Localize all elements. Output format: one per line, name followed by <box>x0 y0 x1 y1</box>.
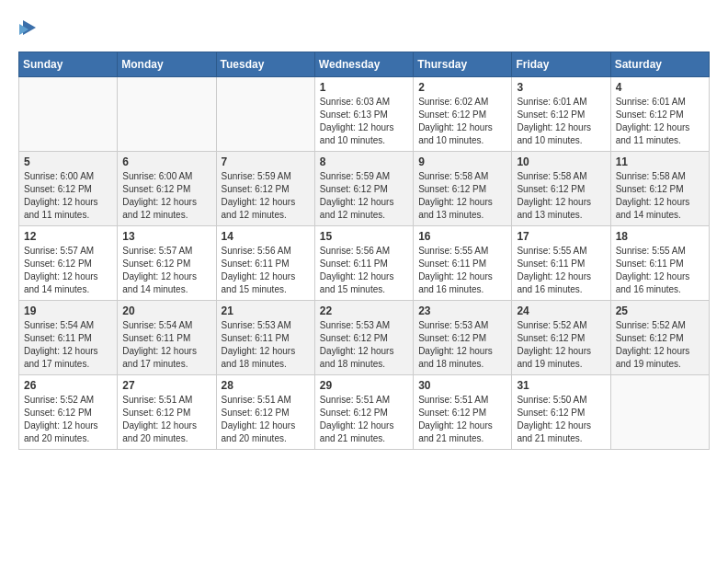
day-info: Sunrise: 5:57 AM Sunset: 6:12 PM Dayligh… <box>24 245 112 296</box>
calendar-cell: 10Sunrise: 5:58 AM Sunset: 6:12 PM Dayli… <box>512 152 610 226</box>
day-info: Sunrise: 6:00 AM Sunset: 6:12 PM Dayligh… <box>122 170 210 222</box>
calendar-week-4: 19Sunrise: 5:54 AM Sunset: 6:11 PM Dayli… <box>19 301 710 375</box>
day-number: 2 <box>418 81 506 94</box>
calendar-cell: 7Sunrise: 5:59 AM Sunset: 6:12 PM Daylig… <box>216 152 314 226</box>
day-number: 22 <box>320 304 408 317</box>
calendar-cell: 6Sunrise: 6:00 AM Sunset: 6:12 PM Daylig… <box>118 152 216 226</box>
calendar-cell <box>118 77 216 152</box>
weekday-header-thursday: Thursday <box>414 52 512 77</box>
header <box>18 18 710 39</box>
calendar-cell: 5Sunrise: 6:00 AM Sunset: 6:12 PM Daylig… <box>19 152 118 226</box>
day-number: 18 <box>616 230 704 243</box>
calendar-cell: 30Sunrise: 5:51 AM Sunset: 6:12 PM Dayli… <box>414 375 512 450</box>
calendar-cell: 25Sunrise: 5:52 AM Sunset: 6:12 PM Dayli… <box>610 301 709 375</box>
day-number: 17 <box>517 230 605 243</box>
calendar-cell: 8Sunrise: 5:59 AM Sunset: 6:12 PM Daylig… <box>314 152 413 226</box>
day-number: 11 <box>616 155 704 168</box>
calendar-cell: 24Sunrise: 5:52 AM Sunset: 6:12 PM Dayli… <box>512 301 610 375</box>
calendar-cell: 1Sunrise: 6:03 AM Sunset: 6:13 PM Daylig… <box>314 77 413 152</box>
calendar-cell <box>216 77 314 152</box>
calendar-cell: 18Sunrise: 5:55 AM Sunset: 6:11 PM Dayli… <box>610 226 709 301</box>
calendar-cell: 26Sunrise: 5:52 AM Sunset: 6:12 PM Dayli… <box>19 375 118 450</box>
day-number: 24 <box>517 304 605 317</box>
logo <box>18 18 37 39</box>
calendar-cell: 11Sunrise: 5:58 AM Sunset: 6:12 PM Dayli… <box>610 152 709 226</box>
day-info: Sunrise: 5:52 AM Sunset: 6:12 PM Dayligh… <box>616 319 704 371</box>
calendar-cell: 15Sunrise: 5:56 AM Sunset: 6:11 PM Dayli… <box>314 226 413 301</box>
day-number: 7 <box>222 155 310 168</box>
day-number: 10 <box>517 155 605 168</box>
day-number: 8 <box>320 155 408 168</box>
day-info: Sunrise: 5:54 AM Sunset: 6:11 PM Dayligh… <box>122 319 210 371</box>
calendar-week-1: 1Sunrise: 6:03 AM Sunset: 6:13 PM Daylig… <box>19 77 710 152</box>
calendar-cell: 21Sunrise: 5:53 AM Sunset: 6:11 PM Dayli… <box>216 301 314 375</box>
calendar-cell: 17Sunrise: 5:55 AM Sunset: 6:11 PM Dayli… <box>512 226 610 301</box>
day-info: Sunrise: 5:58 AM Sunset: 6:12 PM Dayligh… <box>418 170 506 222</box>
day-number: 23 <box>418 304 506 317</box>
weekday-header-row: SundayMondayTuesdayWednesdayThursdayFrid… <box>19 52 710 77</box>
day-number: 1 <box>320 81 408 94</box>
page: SundayMondayTuesdayWednesdayThursdayFrid… <box>0 0 728 459</box>
day-number: 9 <box>418 155 506 168</box>
calendar-cell: 9Sunrise: 5:58 AM Sunset: 6:12 PM Daylig… <box>414 152 512 226</box>
weekday-header-monday: Monday <box>118 52 216 77</box>
day-info: Sunrise: 5:57 AM Sunset: 6:12 PM Dayligh… <box>122 245 210 296</box>
day-info: Sunrise: 6:01 AM Sunset: 6:12 PM Dayligh… <box>517 96 605 147</box>
day-number: 28 <box>222 379 310 392</box>
day-info: Sunrise: 5:58 AM Sunset: 6:12 PM Dayligh… <box>616 170 704 222</box>
calendar-table: SundayMondayTuesdayWednesdayThursdayFrid… <box>18 52 710 450</box>
day-info: Sunrise: 5:52 AM Sunset: 6:12 PM Dayligh… <box>24 394 112 445</box>
day-number: 12 <box>24 230 112 243</box>
calendar-cell <box>19 77 118 152</box>
weekday-header-sunday: Sunday <box>19 52 118 77</box>
day-info: Sunrise: 5:55 AM Sunset: 6:11 PM Dayligh… <box>517 245 605 296</box>
day-number: 30 <box>418 379 506 392</box>
day-info: Sunrise: 5:51 AM Sunset: 6:12 PM Dayligh… <box>320 394 408 445</box>
day-number: 27 <box>122 379 210 392</box>
day-number: 6 <box>122 155 210 168</box>
day-number: 26 <box>24 379 112 392</box>
day-number: 21 <box>222 304 310 317</box>
day-number: 29 <box>320 379 408 392</box>
calendar-cell: 28Sunrise: 5:51 AM Sunset: 6:12 PM Dayli… <box>216 375 314 450</box>
calendar-cell: 2Sunrise: 6:02 AM Sunset: 6:12 PM Daylig… <box>414 77 512 152</box>
day-number: 15 <box>320 230 408 243</box>
day-info: Sunrise: 5:59 AM Sunset: 6:12 PM Dayligh… <box>320 170 408 222</box>
day-info: Sunrise: 6:02 AM Sunset: 6:12 PM Dayligh… <box>418 96 506 147</box>
day-number: 25 <box>616 304 704 317</box>
day-info: Sunrise: 5:56 AM Sunset: 6:11 PM Dayligh… <box>222 245 310 296</box>
calendar-cell: 3Sunrise: 6:01 AM Sunset: 6:12 PM Daylig… <box>512 77 610 152</box>
calendar-cell: 23Sunrise: 5:53 AM Sunset: 6:12 PM Dayli… <box>414 301 512 375</box>
day-number: 19 <box>24 304 112 317</box>
day-info: Sunrise: 5:59 AM Sunset: 6:12 PM Dayligh… <box>222 170 310 222</box>
calendar-cell: 20Sunrise: 5:54 AM Sunset: 6:11 PM Dayli… <box>118 301 216 375</box>
day-number: 14 <box>222 230 310 243</box>
day-number: 16 <box>418 230 506 243</box>
calendar-cell: 4Sunrise: 6:01 AM Sunset: 6:12 PM Daylig… <box>610 77 709 152</box>
calendar-cell: 14Sunrise: 5:56 AM Sunset: 6:11 PM Dayli… <box>216 226 314 301</box>
calendar-cell: 22Sunrise: 5:53 AM Sunset: 6:12 PM Dayli… <box>314 301 413 375</box>
calendar-cell: 31Sunrise: 5:50 AM Sunset: 6:12 PM Dayli… <box>512 375 610 450</box>
day-info: Sunrise: 5:55 AM Sunset: 6:11 PM Dayligh… <box>418 245 506 296</box>
day-number: 5 <box>24 155 112 168</box>
calendar-cell <box>610 375 709 450</box>
calendar-week-2: 5Sunrise: 6:00 AM Sunset: 6:12 PM Daylig… <box>19 152 710 226</box>
calendar-cell: 29Sunrise: 5:51 AM Sunset: 6:12 PM Dayli… <box>314 375 413 450</box>
day-number: 20 <box>122 304 210 317</box>
day-info: Sunrise: 5:52 AM Sunset: 6:12 PM Dayligh… <box>517 319 605 371</box>
day-info: Sunrise: 5:53 AM Sunset: 6:12 PM Dayligh… <box>320 319 408 371</box>
calendar-week-3: 12Sunrise: 5:57 AM Sunset: 6:12 PM Dayli… <box>19 226 710 301</box>
day-info: Sunrise: 5:51 AM Sunset: 6:12 PM Dayligh… <box>122 394 210 445</box>
day-number: 13 <box>122 230 210 243</box>
day-info: Sunrise: 5:53 AM Sunset: 6:11 PM Dayligh… <box>222 319 310 371</box>
calendar-week-5: 26Sunrise: 5:52 AM Sunset: 6:12 PM Dayli… <box>19 375 710 450</box>
weekday-header-wednesday: Wednesday <box>314 52 413 77</box>
day-info: Sunrise: 5:58 AM Sunset: 6:12 PM Dayligh… <box>517 170 605 222</box>
day-number: 4 <box>616 81 704 94</box>
weekday-header-friday: Friday <box>512 52 610 77</box>
day-info: Sunrise: 5:56 AM Sunset: 6:11 PM Dayligh… <box>320 245 408 296</box>
calendar-cell: 16Sunrise: 5:55 AM Sunset: 6:11 PM Dayli… <box>414 226 512 301</box>
day-info: Sunrise: 6:00 AM Sunset: 6:12 PM Dayligh… <box>24 170 112 222</box>
day-number: 31 <box>517 379 605 392</box>
calendar-cell: 13Sunrise: 5:57 AM Sunset: 6:12 PM Dayli… <box>118 226 216 301</box>
